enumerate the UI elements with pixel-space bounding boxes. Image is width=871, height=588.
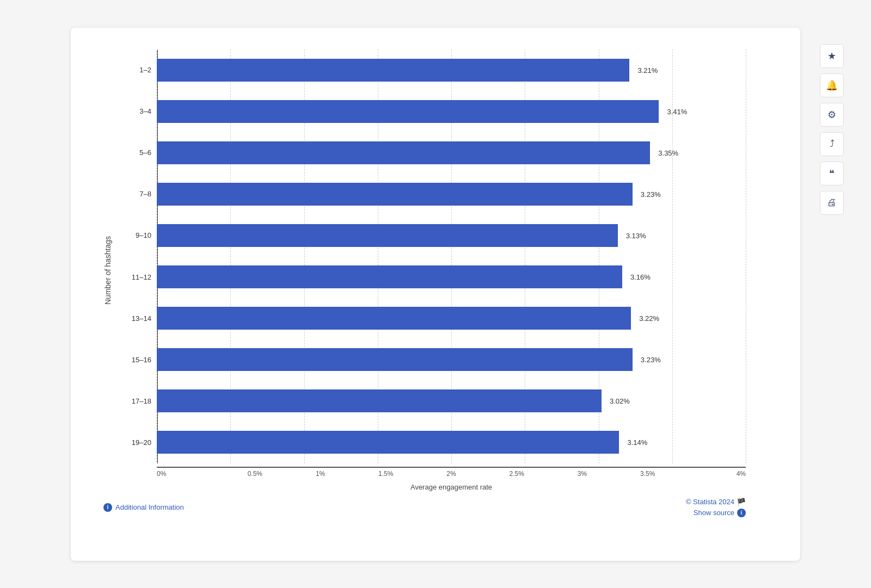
x-tick: 1% [287, 470, 353, 478]
print-icon[interactable]: 🖨 [820, 191, 844, 215]
sidebar-icons: ★🔔⚙⤴❝🖨 [820, 44, 844, 215]
bar-value-label: 3.23% [641, 356, 661, 364]
bar-row: 13–143.22% [119, 307, 746, 330]
bar-track: 3.23% [157, 348, 746, 371]
bar-fill: 3.16% [157, 265, 622, 288]
show-source-info-icon: i [737, 509, 746, 517]
x-tick: 0% [157, 470, 222, 478]
bar-fill: 3.13% [157, 224, 618, 247]
show-source-label[interactable]: Show source [694, 509, 734, 517]
copyright-text: © Statista 2024 [686, 498, 734, 506]
footer-left[interactable]: i Additional Information [103, 503, 184, 512]
bar-row: 1–23.21% [119, 59, 746, 82]
bar-fill: 3.14% [157, 431, 619, 454]
x-tick: 3% [549, 470, 615, 478]
bar-value-label: 3.23% [641, 190, 661, 198]
bar-value-label: 3.13% [626, 231, 646, 239]
bar-row: 19–203.14% [119, 431, 746, 454]
y-axis-label: Number of hashtags [103, 49, 112, 491]
info-icon: i [103, 503, 112, 512]
chart-body: 1–23.21%3–43.41%5–63.35%7–83.23%9–103.13… [119, 49, 746, 491]
bar-label: 5–6 [119, 148, 151, 157]
bar-label: 1–2 [119, 66, 151, 74]
bar-row: 11–123.16% [119, 265, 746, 288]
bar-track: 3.14% [157, 431, 746, 454]
bar-row: 7–83.23% [119, 183, 746, 206]
x-tick: 4% [680, 470, 746, 478]
bar-track: 3.13% [157, 224, 746, 247]
chart-card: Number of hashtags 1–23.21%3–43.41%5–63.… [71, 28, 800, 561]
bar-label: 13–14 [119, 314, 151, 323]
x-tick: 2% [419, 470, 484, 478]
bar-label: 11–12 [119, 273, 151, 281]
star-icon[interactable]: ★ [820, 44, 844, 68]
bar-fill: 3.41% [157, 100, 659, 123]
bar-track: 3.23% [157, 183, 746, 206]
quote-icon[interactable]: ❝ [820, 162, 844, 185]
bar-value-label: 3.02% [610, 397, 630, 405]
grid-line [746, 49, 746, 463]
share-icon[interactable]: ⤴ [820, 132, 844, 156]
bar-track: 3.21% [157, 59, 746, 82]
chart-area: Number of hashtags 1–23.21%3–43.41%5–63.… [103, 49, 746, 491]
show-source-row[interactable]: Show source i [694, 509, 746, 517]
footer: i Additional Information © Statista 2024… [103, 498, 746, 517]
bar-fill: 3.02% [157, 389, 602, 412]
x-tick: 0.5% [222, 470, 287, 478]
bar-value-label: 3.35% [658, 148, 678, 157]
bar-label: 17–18 [119, 397, 151, 405]
x-axis-title: Average engagement rate [157, 483, 746, 491]
flag-icon: 🏴 [737, 498, 746, 506]
bars-section: 1–23.21%3–43.41%5–63.35%7–83.23%9–103.13… [119, 49, 746, 463]
bar-row: 15–163.23% [119, 348, 746, 371]
bar-track: 3.35% [157, 141, 746, 164]
bar-value-label: 3.22% [639, 314, 659, 323]
bar-track: 3.41% [157, 100, 746, 123]
bar-row: 9–103.13% [119, 224, 746, 247]
bar-track: 3.16% [157, 265, 746, 288]
bar-label: 9–10 [119, 231, 151, 239]
bell-icon[interactable]: 🔔 [820, 73, 844, 97]
bar-fill: 3.35% [157, 141, 650, 164]
bar-row: 5–63.35% [119, 141, 746, 164]
copyright: © Statista 2024 🏴 [686, 498, 746, 506]
gear-icon[interactable]: ⚙ [820, 103, 844, 127]
bar-label: 15–16 [119, 356, 151, 364]
x-axis-ticks: 0%0.5%1%1.5%2%2.5%3%3.5%4% [157, 467, 746, 478]
x-tick: 1.5% [353, 470, 419, 478]
bar-row: 3–43.41% [119, 100, 746, 123]
bar-fill: 3.22% [157, 307, 631, 330]
x-axis: 0%0.5%1%1.5%2%2.5%3%3.5%4% Average engag… [157, 467, 746, 491]
bar-value-label: 3.21% [637, 66, 658, 74]
bar-label: 3–4 [119, 107, 151, 115]
bar-label: 7–8 [119, 190, 151, 198]
bar-value-label: 3.16% [630, 273, 651, 281]
x-tick: 2.5% [484, 470, 549, 478]
bar-row: 17–183.02% [119, 389, 746, 412]
bar-value-label: 3.14% [627, 438, 647, 447]
bar-fill: 3.23% [157, 348, 633, 371]
x-tick: 3.5% [615, 470, 680, 478]
bar-label: 19–20 [119, 438, 151, 447]
additional-info-label[interactable]: Additional Information [115, 503, 184, 511]
bar-track: 3.22% [157, 307, 746, 330]
footer-right: © Statista 2024 🏴 Show source i [686, 498, 746, 517]
bar-fill: 3.21% [157, 59, 629, 82]
bar-track: 3.02% [157, 389, 746, 412]
bar-fill: 3.23% [157, 183, 633, 206]
bar-value-label: 3.41% [667, 107, 688, 115]
